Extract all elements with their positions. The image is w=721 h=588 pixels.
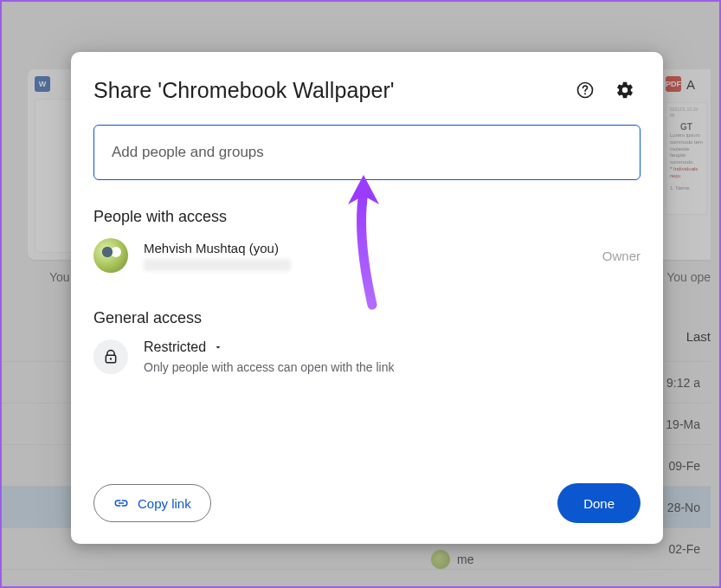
done-button[interactable]: Done bbox=[557, 483, 641, 523]
person-role: Owner bbox=[602, 249, 641, 263]
copy-link-button[interactable]: Copy link bbox=[93, 484, 211, 522]
person-row: Mehvish Mushtaq (you) Owner bbox=[93, 238, 641, 273]
dialog-title: Share 'Chromebook Wallpaper' bbox=[93, 78, 561, 103]
caret-down-icon bbox=[213, 342, 223, 352]
avatar bbox=[93, 238, 128, 273]
svg-point-1 bbox=[584, 93, 586, 94]
general-access-heading: General access bbox=[93, 309, 641, 327]
copy-link-label: Copy link bbox=[138, 496, 191, 511]
add-people-input[interactable] bbox=[93, 125, 641, 180]
people-with-access-heading: People with access bbox=[93, 208, 641, 226]
help-button[interactable] bbox=[570, 74, 601, 106]
gear-icon bbox=[615, 81, 634, 100]
access-mode-dropdown[interactable]: Restricted bbox=[144, 339, 641, 355]
access-mode-label: Restricted bbox=[144, 339, 206, 355]
person-email-redacted bbox=[144, 259, 291, 271]
lock-icon bbox=[102, 348, 119, 365]
person-name: Mehvish Mushtaq (you) bbox=[144, 241, 587, 255]
help-icon bbox=[576, 81, 595, 100]
share-dialog: Share 'Chromebook Wallpaper' People with… bbox=[71, 52, 663, 544]
link-icon bbox=[113, 495, 129, 511]
svg-point-3 bbox=[110, 358, 112, 359]
settings-button[interactable] bbox=[609, 74, 641, 106]
access-scope-icon-wrap bbox=[93, 339, 128, 374]
access-mode-description: Only people with access can open with th… bbox=[144, 360, 641, 374]
